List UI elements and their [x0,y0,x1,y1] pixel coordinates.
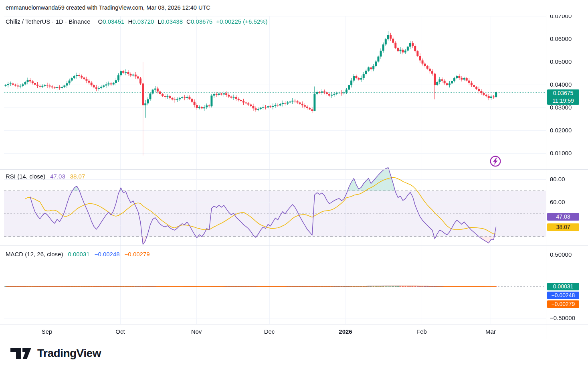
price-tick: 0.04000 [550,81,572,88]
rsi-ma-badge: 38.07 [547,223,579,231]
time-tick-2026: 2026 [339,328,352,335]
macd-signal-value: −0.00279 [125,251,150,257]
macd-tick: −0.50000 [550,314,575,321]
ohlc-high-label: H [128,18,132,25]
ohlc-close-label: C [186,18,191,25]
time-tick-sep: Sep [42,328,53,335]
rsi-tick: 80.00 [550,176,565,182]
change-value: +0.00225 (+6.52%) [216,18,267,25]
ohlc-high-value: 0.03720 [132,18,154,25]
time-tick-oct: Oct [115,328,125,335]
macd-legend[interactable]: MACD (12, 26, close)0.00031−0.00248−0.00… [6,251,150,257]
macd-line-badge: −0.00248 [547,292,579,299]
macd-hist-badge: 0.00031 [547,283,579,290]
ohlc-open-value: 0.03451 [103,18,124,25]
attribution-bar: emmanuelomwanda59 created with TradingVi… [0,0,588,15]
rsi-value-badge: 47.03 [547,213,579,221]
macd-signal-badge: −0.00279 [547,300,579,308]
rsi-ma-value: 38.07 [70,173,85,180]
chart-canvas[interactable] [0,15,588,339]
current-price-countdown: 11:19:59 [547,97,579,105]
time-tick-mar: Mar [485,328,496,335]
price-tick: 0.06000 [550,35,572,42]
rsi-title: RSI (14, close) [6,173,45,180]
tradingview-logo-text: TradingView [37,347,101,360]
ohlc-low-label: L [158,18,161,25]
price-tick: 0.02000 [550,127,572,134]
rsi-legend[interactable]: RSI (14, close)47.0338.07 [6,173,85,180]
tradingview-logo-mark [10,347,32,359]
price-tick: 0.01000 [550,150,572,156]
ohlc-close-value: 0.03675 [191,18,212,25]
current-price-value: 0.03675 [547,89,579,97]
price-tick: 0.05000 [550,58,572,65]
macd-title: MACD (12, 26, close) [6,251,63,257]
time-tick-dec: Dec [264,328,275,335]
lightning-bolt-icon[interactable] [489,155,501,167]
current-price-badge: 0.03675 11:19:59 [547,89,579,105]
symbol-legend[interactable]: Chiliz / TetherUS · 1D · BinanceO0.03451… [6,18,268,25]
macd-hist-value: 0.00031 [68,251,89,257]
rsi-value: 47.03 [50,173,65,180]
ohlc-low-value: 0.03438 [161,18,183,25]
time-tick-nov: Nov [191,328,202,335]
macd-tick: 0.50000 [550,251,572,258]
attribution-text: emmanuelomwanda59 created with TradingVi… [6,4,210,11]
macd-line-value: −0.00248 [95,251,120,257]
rsi-tick: 60.00 [550,199,565,205]
price-tick: 0.03000 [550,104,572,111]
tradingview-logo[interactable]: TradingView [10,344,101,363]
symbol-title: Chiliz / TetherUS · 1D · Binance [6,18,90,25]
ohlc-open-label: O [98,18,103,25]
time-tick-feb: Feb [416,328,427,335]
